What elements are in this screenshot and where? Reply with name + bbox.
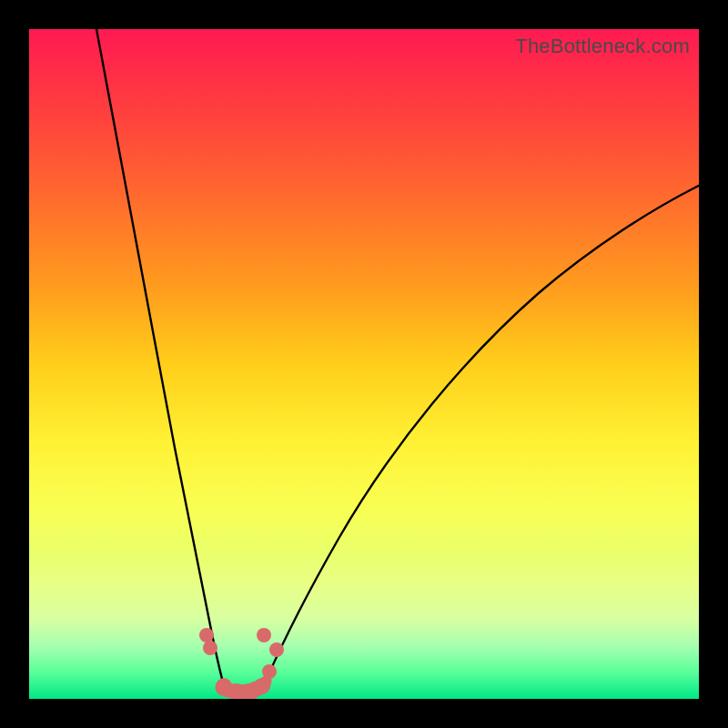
curve-left-descent — [96, 29, 222, 679]
marker-dot — [262, 664, 277, 679]
marker-cluster — [199, 628, 284, 699]
marker-dot — [254, 678, 270, 694]
marker-dot — [199, 628, 214, 642]
marker-dot — [269, 642, 284, 657]
marker-dot — [257, 628, 271, 642]
curve-right-ascent — [268, 186, 699, 677]
marker-dot — [203, 641, 217, 655]
bottleneck-curve — [96, 29, 699, 693]
plot-area: TheBottleneck.com — [29, 29, 699, 699]
curve-layer — [29, 29, 699, 699]
chart-frame: TheBottleneck.com — [0, 0, 728, 728]
